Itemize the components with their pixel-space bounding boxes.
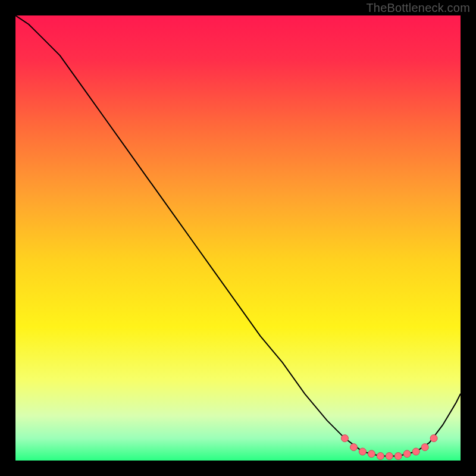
highlight-dot (394, 453, 402, 460)
highlight-dot (430, 435, 437, 442)
highlight-dot (359, 448, 366, 455)
highlight-dot (403, 450, 411, 458)
plot-area (15, 15, 461, 461)
chart-frame: TheBottleneck.com (0, 0, 476, 476)
highlight-dot (377, 453, 384, 460)
gradient-background (15, 15, 461, 461)
highlight-dot (350, 444, 358, 451)
highlight-dot (386, 453, 393, 460)
highlight-dot (421, 444, 428, 451)
highlight-dot (412, 448, 419, 455)
highlight-dot (342, 435, 349, 442)
highlight-dot (368, 450, 375, 458)
chart-svg (15, 15, 461, 461)
watermark-text: TheBottleneck.com (366, 1, 470, 15)
